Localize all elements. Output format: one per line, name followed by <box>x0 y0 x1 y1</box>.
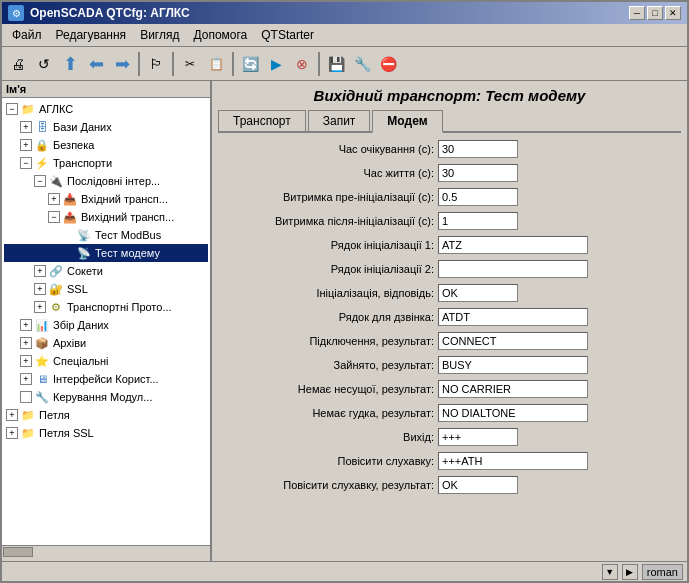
expand-transports[interactable]: − <box>20 157 32 169</box>
sidebar-item-ssl[interactable]: + 🔐 SSL <box>4 280 208 298</box>
maximize-button[interactable]: □ <box>647 6 663 20</box>
expand-inbound[interactable]: + <box>48 193 60 205</box>
form-row-11: Немає гудка, результат: <box>218 403 681 423</box>
input-hangup-result[interactable] <box>438 476 518 494</box>
sidebar-item-iface[interactable]: + 🖥 Інтерфейси Корист... <box>4 370 208 388</box>
title-bar-left: ⚙ OpenSCADA QTCfg: АГЛКС <box>8 5 190 21</box>
status-btn-2[interactable]: ▶ <box>622 564 638 580</box>
input-post-init[interactable] <box>438 212 518 230</box>
sync-icon[interactable]: 🔄 <box>238 52 262 76</box>
sidebar-item-archives[interactable]: + 📦 Архіви <box>4 334 208 352</box>
title-bar: ⚙ OpenSCADA QTCfg: АГЛКС ─ □ ✕ <box>2 2 687 24</box>
sidebar-scroll-h[interactable] <box>2 546 194 561</box>
expand-security[interactable]: + <box>20 139 32 151</box>
label-collect: Збір Даних <box>53 319 109 331</box>
expand-collect[interactable]: + <box>20 319 32 331</box>
expand-sequential[interactable]: − <box>34 175 46 187</box>
form-row-2: Витримка пре-ініціалізації (с): <box>218 187 681 207</box>
save-icon[interactable]: 💾 <box>324 52 348 76</box>
input-connect[interactable] <box>438 332 588 350</box>
loop-icon: 📁 <box>20 407 36 423</box>
status-btn-1[interactable]: ▼ <box>602 564 618 580</box>
content-area: Вихідний транспорт: Тест модему Транспор… <box>212 81 687 561</box>
sidebar-scrollbar[interactable] <box>2 545 210 561</box>
toolbar-sep4 <box>318 52 320 76</box>
sidebar-item-modbus[interactable]: 📡 Тест ModBus <box>4 226 208 244</box>
expand-special[interactable]: + <box>20 355 32 367</box>
sidebar-item-outbound[interactable]: − 📤 Вихідний трансп... <box>4 208 208 226</box>
input-hangup[interactable] <box>438 452 588 470</box>
sidebar-item-transports[interactable]: − ⚡ Транспорти <box>4 154 208 172</box>
input-init2[interactable] <box>438 260 588 278</box>
forward-icon[interactable]: ➡ <box>110 52 134 76</box>
sidebar-item-loop[interactable]: + 📁 Петля <box>4 406 208 424</box>
tab-transport[interactable]: Транспорт <box>218 110 306 131</box>
expand-db[interactable]: + <box>20 121 32 133</box>
minimize-button[interactable]: ─ <box>629 6 645 20</box>
print-icon[interactable]: 🖨 <box>6 52 30 76</box>
input-life-time[interactable] <box>438 164 518 182</box>
scrollbar-thumb[interactable] <box>3 547 33 557</box>
sidebar-item-module[interactable]: 🔧 Керування Модул... <box>4 388 208 406</box>
menu-qtstarter[interactable]: QTStarter <box>255 26 320 44</box>
label-db: Бази Даних <box>53 121 112 133</box>
sidebar-item-db[interactable]: + 🗄 Бази Даних <box>4 118 208 136</box>
scroll-corner <box>194 546 210 561</box>
input-exit[interactable] <box>438 428 518 446</box>
expand-module[interactable] <box>20 391 32 403</box>
expand-outbound[interactable]: − <box>48 211 60 223</box>
ssl-icon: 🔐 <box>48 281 64 297</box>
form-container: Час очікування (с): Час життя (с): Витри… <box>218 139 681 555</box>
form-row-7: Рядок для дзвінка: <box>218 307 681 327</box>
menu-file[interactable]: Файл <box>6 26 48 44</box>
sidebar-item-security[interactable]: + 🔒 Безпека <box>4 136 208 154</box>
close-button[interactable]: ✕ <box>665 6 681 20</box>
expand-sockets[interactable]: + <box>34 265 46 277</box>
flag-icon[interactable]: 🏳 <box>144 52 168 76</box>
expand-loop-ssl[interactable]: + <box>6 427 18 439</box>
stop-icon[interactable]: ⊗ <box>290 52 314 76</box>
input-no-carrier[interactable] <box>438 380 588 398</box>
refresh-icon[interactable]: ↺ <box>32 52 56 76</box>
sidebar-item-special[interactable]: + ⭐ Спеціальні <box>4 352 208 370</box>
cut-icon[interactable]: ✂ <box>178 52 202 76</box>
expand-ssl[interactable]: + <box>34 283 46 295</box>
menu-edit[interactable]: Редагування <box>50 26 133 44</box>
block-icon[interactable]: ⛔ <box>376 52 400 76</box>
label-modbus: Тест ModBus <box>95 229 161 241</box>
sidebar-item-loop-ssl[interactable]: + 📁 Петля SSL <box>4 424 208 442</box>
copy-icon[interactable]: 📋 <box>204 52 228 76</box>
input-init-reply[interactable] <box>438 284 518 302</box>
sidebar-item-aglks[interactable]: − 📁 АГЛКС <box>4 100 208 118</box>
sidebar-item-modem[interactable]: 📡 Тест модему <box>4 244 208 262</box>
sidebar-item-inbound[interactable]: + 📥 Вхідний трансп... <box>4 190 208 208</box>
loop-ssl-icon: 📁 <box>20 425 36 441</box>
back-icon[interactable]: ⬅ <box>84 52 108 76</box>
toolbar-sep2 <box>172 52 174 76</box>
label-connect: Підключення, результат: <box>218 335 438 347</box>
input-dial[interactable] <box>438 308 588 326</box>
input-busy[interactable] <box>438 356 588 374</box>
expand-proto[interactable]: + <box>34 301 46 313</box>
expand-loop[interactable]: + <box>6 409 18 421</box>
menu-view[interactable]: Вигляд <box>134 26 185 44</box>
expand-archives[interactable]: + <box>20 337 32 349</box>
menu-help[interactable]: Допомога <box>187 26 253 44</box>
sidebar-item-sequential[interactable]: − 🔌 Послідовні інтер... <box>4 172 208 190</box>
input-no-dialtone[interactable] <box>438 404 588 422</box>
window-controls: ─ □ ✕ <box>629 6 681 20</box>
play-icon[interactable]: ▶ <box>264 52 288 76</box>
input-init1[interactable] <box>438 236 588 254</box>
sidebar-item-sockets[interactable]: + 🔗 Сокети <box>4 262 208 280</box>
input-wait-time[interactable] <box>438 140 518 158</box>
label-init-reply: Ініціалізація, відповідь: <box>218 287 438 299</box>
settings-icon[interactable]: 🔧 <box>350 52 374 76</box>
tab-modem[interactable]: Модем <box>372 110 442 133</box>
expand-aglks[interactable]: − <box>6 103 18 115</box>
expand-iface[interactable]: + <box>20 373 32 385</box>
sidebar-item-collect[interactable]: + 📊 Збір Даних <box>4 316 208 334</box>
input-pre-init[interactable] <box>438 188 518 206</box>
tab-request[interactable]: Запит <box>308 110 371 131</box>
sidebar-item-proto[interactable]: + ⚙ Транспортні Прото... <box>4 298 208 316</box>
up-icon[interactable]: ⬆ <box>58 52 82 76</box>
